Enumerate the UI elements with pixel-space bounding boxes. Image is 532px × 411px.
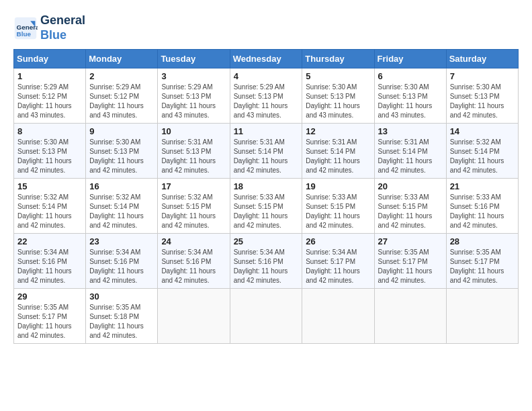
calendar-cell: 24Sunrise: 5:34 AM Sunset: 5:16 PM Dayli… (158, 234, 230, 289)
calendar-cell: 30Sunrise: 5:35 AM Sunset: 5:18 PM Dayli… (86, 289, 158, 344)
day-info: Sunrise: 5:34 AM Sunset: 5:16 PM Dayligh… (234, 248, 299, 285)
day-number: 3 (161, 71, 226, 81)
calendar-cell: 19Sunrise: 5:33 AM Sunset: 5:15 PM Dayli… (302, 179, 374, 234)
day-number: 24 (161, 236, 226, 246)
calendar-cell (302, 289, 374, 344)
day-number: 29 (17, 291, 82, 302)
day-info: Sunrise: 5:32 AM Sunset: 5:14 PM Dayligh… (89, 193, 154, 230)
calendar-cell: 25Sunrise: 5:34 AM Sunset: 5:16 PM Dayli… (230, 234, 302, 289)
day-number: 2 (89, 71, 154, 81)
day-info: Sunrise: 5:30 AM Sunset: 5:13 PM Dayligh… (450, 83, 515, 120)
day-info: Sunrise: 5:32 AM Sunset: 5:14 PM Dayligh… (17, 193, 82, 230)
calendar-cell: 14Sunrise: 5:32 AM Sunset: 5:14 PM Dayli… (446, 124, 518, 179)
weekday-header-thursday: Thursday (302, 50, 374, 68)
day-info: Sunrise: 5:31 AM Sunset: 5:14 PM Dayligh… (378, 138, 443, 175)
calendar-week-4: 22Sunrise: 5:34 AM Sunset: 5:16 PM Dayli… (14, 234, 519, 289)
day-number: 8 (17, 126, 82, 136)
day-number: 30 (89, 291, 154, 302)
weekday-header-tuesday: Tuesday (158, 50, 230, 68)
day-number: 17 (161, 181, 226, 191)
calendar-cell: 20Sunrise: 5:33 AM Sunset: 5:15 PM Dayli… (374, 179, 446, 234)
day-info: Sunrise: 5:29 AM Sunset: 5:12 PM Dayligh… (89, 83, 154, 120)
calendar-cell: 11Sunrise: 5:31 AM Sunset: 5:14 PM Dayli… (230, 124, 302, 179)
calendar-cell (158, 289, 230, 344)
day-number: 21 (450, 181, 515, 191)
calendar-cell: 22Sunrise: 5:34 AM Sunset: 5:16 PM Dayli… (14, 234, 86, 289)
day-number: 16 (89, 181, 154, 191)
calendar-week-3: 15Sunrise: 5:32 AM Sunset: 5:14 PM Dayli… (14, 179, 519, 234)
day-info: Sunrise: 5:31 AM Sunset: 5:14 PM Dayligh… (234, 138, 299, 175)
calendar-cell: 6Sunrise: 5:30 AM Sunset: 5:13 PM Daylig… (374, 68, 446, 124)
calendar-cell: 27Sunrise: 5:35 AM Sunset: 5:17 PM Dayli… (374, 234, 446, 289)
calendar-cell: 16Sunrise: 5:32 AM Sunset: 5:14 PM Dayli… (86, 179, 158, 234)
weekday-header-wednesday: Wednesday (230, 50, 302, 68)
calendar-cell: 2Sunrise: 5:29 AM Sunset: 5:12 PM Daylig… (86, 68, 158, 124)
day-info: Sunrise: 5:30 AM Sunset: 5:13 PM Dayligh… (17, 138, 82, 175)
day-info: Sunrise: 5:33 AM Sunset: 5:15 PM Dayligh… (306, 193, 370, 230)
day-info: Sunrise: 5:31 AM Sunset: 5:14 PM Dayligh… (306, 138, 370, 175)
day-info: Sunrise: 5:34 AM Sunset: 5:16 PM Dayligh… (161, 248, 226, 285)
calendar-cell: 23Sunrise: 5:34 AM Sunset: 5:16 PM Dayli… (86, 234, 158, 289)
weekday-header-saturday: Saturday (446, 50, 518, 68)
weekday-header-row: SundayMondayTuesdayWednesdayThursdayFrid… (14, 50, 519, 68)
logo: General Blue General Blue (13, 13, 85, 42)
day-info: Sunrise: 5:30 AM Sunset: 5:13 PM Dayligh… (89, 138, 154, 175)
calendar-cell: 1Sunrise: 5:29 AM Sunset: 5:12 PM Daylig… (14, 68, 86, 124)
day-info: Sunrise: 5:34 AM Sunset: 5:17 PM Dayligh… (306, 248, 370, 285)
day-number: 19 (306, 181, 370, 191)
calendar-cell (230, 289, 302, 344)
day-number: 23 (89, 236, 154, 246)
day-info: Sunrise: 5:34 AM Sunset: 5:16 PM Dayligh… (17, 248, 82, 285)
calendar-cell: 29Sunrise: 5:35 AM Sunset: 5:17 PM Dayli… (14, 289, 86, 344)
day-number: 20 (378, 181, 443, 191)
day-number: 28 (450, 236, 515, 246)
calendar-cell: 10Sunrise: 5:31 AM Sunset: 5:13 PM Dayli… (158, 124, 230, 179)
calendar-cell: 18Sunrise: 5:33 AM Sunset: 5:15 PM Dayli… (230, 179, 302, 234)
day-info: Sunrise: 5:30 AM Sunset: 5:13 PM Dayligh… (378, 83, 443, 120)
day-number: 18 (234, 181, 299, 191)
calendar-cell: 13Sunrise: 5:31 AM Sunset: 5:14 PM Dayli… (374, 124, 446, 179)
weekday-header-sunday: Sunday (14, 50, 86, 68)
day-info: Sunrise: 5:35 AM Sunset: 5:18 PM Dayligh… (89, 303, 154, 340)
day-info: Sunrise: 5:35 AM Sunset: 5:17 PM Dayligh… (17, 303, 82, 340)
day-info: Sunrise: 5:29 AM Sunset: 5:12 PM Dayligh… (17, 83, 82, 120)
day-number: 13 (378, 126, 443, 136)
day-number: 15 (17, 181, 82, 191)
svg-text:Blue: Blue (17, 30, 32, 37)
day-number: 25 (234, 236, 299, 246)
day-info: Sunrise: 5:34 AM Sunset: 5:16 PM Dayligh… (89, 248, 154, 285)
day-info: Sunrise: 5:33 AM Sunset: 5:16 PM Dayligh… (450, 193, 515, 230)
calendar: SundayMondayTuesdayWednesdayThursdayFrid… (13, 49, 519, 344)
calendar-cell (374, 289, 446, 344)
day-number: 1 (17, 71, 82, 81)
calendar-cell: 5Sunrise: 5:30 AM Sunset: 5:13 PM Daylig… (302, 68, 374, 124)
day-number: 9 (89, 126, 154, 136)
calendar-cell: 21Sunrise: 5:33 AM Sunset: 5:16 PM Dayli… (446, 179, 518, 234)
calendar-cell: 9Sunrise: 5:30 AM Sunset: 5:13 PM Daylig… (86, 124, 158, 179)
calendar-cell: 3Sunrise: 5:29 AM Sunset: 5:13 PM Daylig… (158, 68, 230, 124)
logo-icon: General Blue (13, 16, 38, 40)
day-number: 27 (378, 236, 443, 246)
day-number: 14 (450, 126, 515, 136)
day-info: Sunrise: 5:32 AM Sunset: 5:14 PM Dayligh… (450, 138, 515, 175)
day-info: Sunrise: 5:31 AM Sunset: 5:13 PM Dayligh… (161, 138, 226, 175)
calendar-cell: 17Sunrise: 5:32 AM Sunset: 5:15 PM Dayli… (158, 179, 230, 234)
day-number: 6 (378, 71, 443, 81)
day-number: 5 (306, 71, 370, 81)
calendar-cell (446, 289, 518, 344)
calendar-week-2: 8Sunrise: 5:30 AM Sunset: 5:13 PM Daylig… (14, 124, 519, 179)
day-number: 10 (161, 126, 226, 136)
calendar-cell: 12Sunrise: 5:31 AM Sunset: 5:14 PM Dayli… (302, 124, 374, 179)
day-info: Sunrise: 5:33 AM Sunset: 5:15 PM Dayligh… (378, 193, 443, 230)
day-number: 26 (306, 236, 370, 246)
day-info: Sunrise: 5:29 AM Sunset: 5:13 PM Dayligh… (234, 83, 299, 120)
calendar-cell: 4Sunrise: 5:29 AM Sunset: 5:13 PM Daylig… (230, 68, 302, 124)
header: General Blue General Blue (13, 13, 519, 42)
day-number: 7 (450, 71, 515, 81)
weekday-header-monday: Monday (86, 50, 158, 68)
calendar-week-5: 29Sunrise: 5:35 AM Sunset: 5:17 PM Dayli… (14, 289, 519, 344)
calendar-cell: 8Sunrise: 5:30 AM Sunset: 5:13 PM Daylig… (14, 124, 86, 179)
calendar-cell: 15Sunrise: 5:32 AM Sunset: 5:14 PM Dayli… (14, 179, 86, 234)
day-info: Sunrise: 5:32 AM Sunset: 5:15 PM Dayligh… (161, 193, 226, 230)
day-info: Sunrise: 5:33 AM Sunset: 5:15 PM Dayligh… (234, 193, 299, 230)
